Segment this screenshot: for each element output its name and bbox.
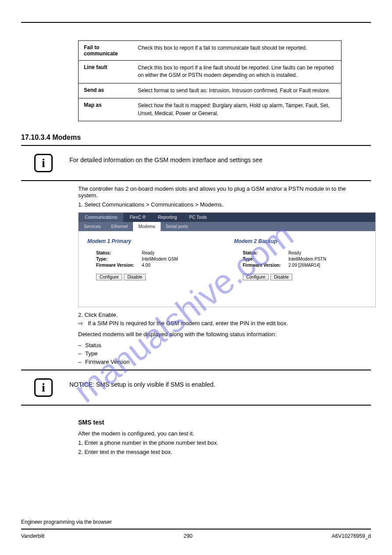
configure-button[interactable]: Configure: [243, 274, 269, 280]
status-label: Status:: [96, 250, 142, 255]
firmware-value: 2.09 [28MAR14]: [288, 263, 320, 268]
def-term: Fail to communicate: [79, 41, 138, 60]
tabbar-secondary: Services Ethernet Modems Serial ports: [79, 222, 375, 231]
info-icon: i: [34, 154, 53, 172]
modem-title: Modem 1 Primary: [87, 238, 222, 244]
modem-backup-panel: Modem 2 Backup Status:Ready Type:Intelli…: [227, 236, 374, 280]
status-value: Ready: [288, 250, 301, 255]
modem-title: Modem 2 Backup: [234, 238, 368, 244]
status-label: Status:: [243, 250, 288, 255]
step-1: 1. Select Communications > Communication…: [78, 201, 371, 208]
sms-step-1: 1. Enter a phone number in the phone num…: [78, 439, 371, 446]
modem-primary-panel: Modem 1 Primary Status:Ready Type:Intell…: [80, 236, 227, 280]
footer-doc-id: A6V10276959_d: [332, 533, 371, 539]
tabbar-primary: Communications FlexC ® Reporting PC Tool…: [79, 213, 375, 222]
type-value: IntelliModem GSM: [142, 257, 178, 261]
disable-button[interactable]: Disable: [270, 274, 292, 280]
section-rule: [21, 145, 371, 146]
bullet-item: Type: [85, 350, 97, 357]
disable-button[interactable]: Disable: [124, 274, 145, 280]
tab-communications[interactable]: Communications: [79, 213, 123, 222]
section-rule: [21, 370, 371, 370]
subtab-ethernet[interactable]: Ethernet: [106, 222, 133, 231]
subtab-services[interactable]: Services: [79, 222, 106, 231]
def-desc: Select format to send fault as: Intrusio…: [138, 83, 341, 98]
body-paragraph: The controller has 2 on-board modem slot…: [78, 185, 359, 199]
footer-breadcrumb: Engineer programming via the browser: [21, 519, 371, 525]
step-result-text: If a SIM PIN is required for the GSM mod…: [88, 320, 288, 326]
tab-reporting[interactable]: Reporting: [152, 213, 183, 222]
configure-button[interactable]: Configure: [96, 274, 122, 280]
footer-page-number: 290: [183, 533, 192, 539]
modems-screenshot: Communications FlexC ® Reporting PC Tool…: [78, 212, 376, 307]
step-2: 2. Click Enable.: [78, 312, 371, 318]
footer-vendor: Vanderbilt: [21, 533, 44, 539]
note-text: NOTICE: SMS setup is only visible if SMS…: [69, 378, 215, 389]
definition-row: Send as Select format to send fault as: …: [79, 83, 342, 98]
sms-step-2: 2. Enter text in the message text box.: [78, 449, 371, 455]
sms-test-paragraph: After the modem is configured, you can t…: [78, 430, 359, 437]
def-term: Map as: [79, 98, 138, 121]
def-desc: Select how the fault is mapped: Burglary…: [138, 98, 341, 121]
subtab-serial-ports[interactable]: Serial ports: [161, 222, 194, 231]
page-footer: Engineer programming via the browser Van…: [21, 519, 371, 539]
info-icon: i: [34, 378, 53, 397]
bullet-item: Firmware Version: [85, 359, 129, 365]
firmware-label: Firmware Version:: [243, 263, 288, 268]
tab-pc-tools[interactable]: PC Tools: [183, 213, 213, 222]
type-label: Type:: [96, 257, 142, 261]
sms-test-heading: SMS test: [78, 419, 371, 426]
type-value: IntelliModem PSTN: [288, 257, 326, 261]
type-label: Type:: [243, 257, 288, 261]
definition-row: Map as Select how the fault is mapped: B…: [79, 98, 342, 121]
detected-text: Detected modems will be displayed along …: [78, 331, 359, 337]
section-rule: [21, 180, 371, 181]
def-term: Send as: [79, 83, 138, 98]
section-rule: [21, 405, 371, 406]
bullet-item: Status: [85, 342, 101, 348]
status-value: Ready: [142, 250, 155, 255]
subtab-modems[interactable]: Modems: [133, 222, 160, 231]
def-term: Line fault: [79, 61, 138, 83]
firmware-value: 4.00: [142, 263, 150, 268]
definition-row: Fail to communicate Check this box to re…: [79, 41, 342, 61]
definitions-table: Fail to communicate Check this box to re…: [78, 40, 342, 121]
definition-row: Line fault Check this box to report if a…: [79, 61, 342, 83]
def-desc: Check this box to report if a fail to co…: [138, 41, 341, 60]
def-desc: Check this box to report if a line fault…: [138, 61, 341, 83]
status-bullets: –Status –Type –Firmware Version: [78, 342, 371, 365]
note-text: For detailed information on the GSM mode…: [69, 154, 263, 164]
section-heading-modems: 17.10.3.4 Modems: [21, 134, 371, 141]
tab-flexc[interactable]: FlexC ®: [123, 213, 151, 222]
firmware-label: Firmware Version:: [96, 263, 142, 268]
